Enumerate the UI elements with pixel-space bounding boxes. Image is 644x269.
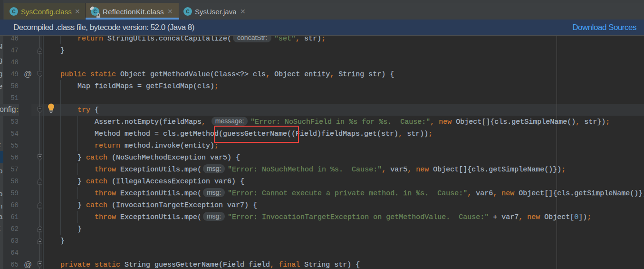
svg-text:C: C bbox=[186, 9, 189, 14]
svg-text:C: C bbox=[12, 9, 15, 14]
svg-text:C: C bbox=[93, 9, 96, 14]
